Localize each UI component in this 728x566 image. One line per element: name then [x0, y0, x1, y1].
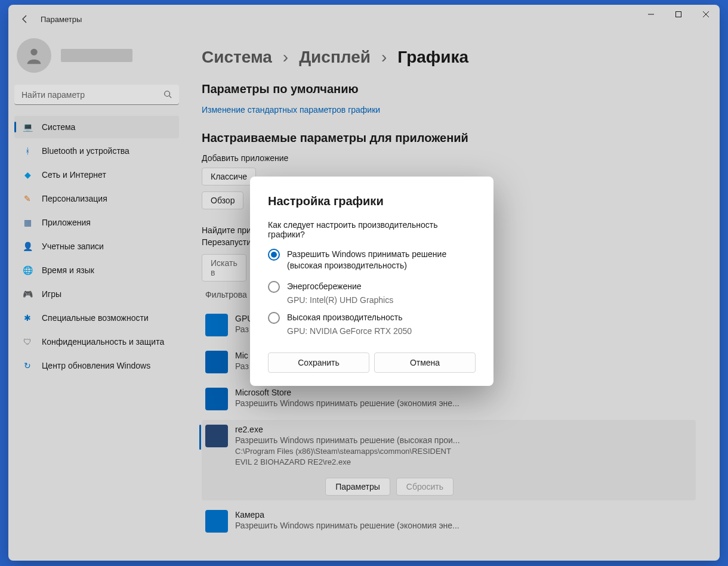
radio-option-powersave[interactable]: Энергосбережение: [268, 281, 476, 293]
save-button[interactable]: Сохранить: [268, 352, 369, 373]
radio-option-windows[interactable]: Разрешить Windows принимать решение (выс…: [268, 249, 476, 271]
settings-window: Параметры 💻СистемаᚼBluetooth и устройств…: [8, 5, 720, 561]
dialog-title: Настройка графики: [268, 194, 476, 208]
powersave-gpu-label: GPU: Intel(R) UHD Graphics: [287, 295, 476, 305]
radio-icon: [268, 249, 280, 261]
radio-icon: [268, 312, 280, 324]
graphics-preference-dialog: Настройка графики Как следует настроить …: [250, 177, 493, 386]
performance-gpu-label: GPU: NVIDIA GeForce RTX 2050: [287, 326, 476, 336]
radio-option-performance[interactable]: Высокая производительность: [268, 312, 476, 324]
cancel-button[interactable]: Отмена: [374, 352, 476, 373]
dialog-actions: Сохранить Отмена: [268, 352, 476, 373]
dialog-question: Как следует настроить производительность…: [268, 220, 476, 239]
radio-icon: [268, 281, 280, 293]
